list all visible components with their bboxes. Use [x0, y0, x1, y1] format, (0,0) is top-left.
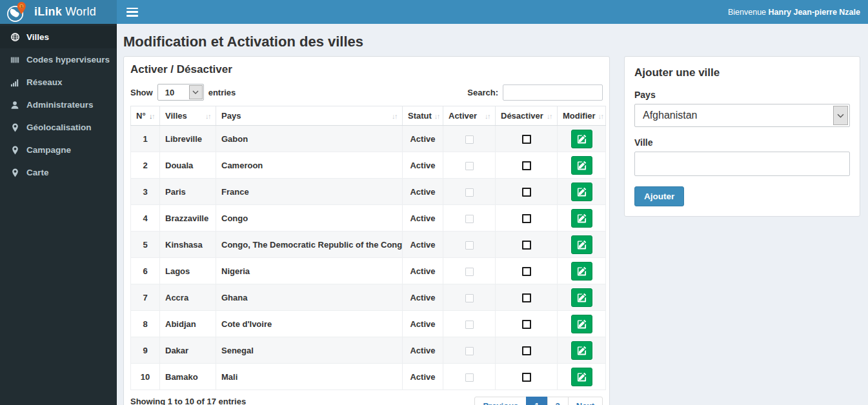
- brand-link[interactable]: $ iLink World: [0, 0, 117, 24]
- activer-checkbox[interactable]: [465, 162, 474, 170]
- activer-checkbox[interactable]: [465, 268, 474, 276]
- activer-checkbox[interactable]: [465, 188, 474, 197]
- desactiver-checkbox[interactable]: [522, 241, 531, 250]
- activer-checkbox[interactable]: [465, 294, 474, 302]
- entries-label: entries: [208, 88, 236, 97]
- statut-cell: Active: [403, 126, 443, 152]
- sidebar-item-g-olocalisation[interactable]: Géolocalisation: [0, 116, 117, 139]
- modifier-button[interactable]: [571, 209, 592, 228]
- desactiver-cell: [496, 364, 558, 390]
- modifier-cell: [558, 205, 606, 232]
- pagination-2[interactable]: 2: [547, 397, 569, 405]
- ville-cell: Kinshasa: [160, 232, 216, 258]
- sidebar-item-carte[interactable]: Carte: [0, 161, 117, 184]
- column-header-label: Pays: [221, 111, 241, 121]
- pays-cell: Congo: [216, 205, 403, 232]
- activer-checkbox[interactable]: [465, 347, 474, 355]
- sidebar-item-label: Carte: [26, 168, 49, 177]
- activer-checkbox[interactable]: [465, 241, 474, 250]
- pays-select[interactable]: Afghanistan: [634, 104, 850, 127]
- modifier-button[interactable]: [571, 130, 592, 148]
- row-num-cell: 4: [131, 205, 160, 232]
- modifier-button[interactable]: [571, 156, 592, 175]
- user-icon: [10, 101, 20, 110]
- edit-icon: [577, 134, 587, 144]
- desactiver-checkbox[interactable]: [522, 293, 531, 302]
- table-row: 2DoualaCameroonActive: [131, 152, 606, 179]
- pagination-1[interactable]: 1: [526, 397, 547, 405]
- search-input[interactable]: [503, 84, 603, 101]
- ajouter-ville-panel: Ajouter une ville Pays Afghanistan Ville…: [624, 56, 860, 217]
- row-num-cell: 10: [131, 364, 160, 390]
- modifier-button[interactable]: [571, 315, 592, 333]
- activer-checkbox[interactable]: [465, 373, 474, 382]
- table-row: 8AbidjanCote d'IvoireActive: [131, 311, 606, 337]
- modifier-button[interactable]: [571, 183, 592, 201]
- sort-icon: ↓↑: [434, 112, 439, 120]
- modifier-cell: [558, 179, 606, 205]
- sidebar-item-campagne[interactable]: Campagne: [0, 139, 117, 161]
- desactiver-checkbox[interactable]: [522, 346, 531, 355]
- desactiver-checkbox[interactable]: [522, 214, 531, 223]
- sidebar-toggle-hamburger-icon[interactable]: [125, 6, 139, 18]
- row-num-cell: 8: [131, 311, 160, 337]
- column-header-sort[interactable]: Pays↓↑: [216, 106, 403, 126]
- column-header-label: Activer: [449, 111, 477, 121]
- sidebar-item-administrateurs[interactable]: Administrateurs: [0, 94, 117, 116]
- activer-checkbox[interactable]: [465, 135, 474, 144]
- activer-checkbox[interactable]: [465, 321, 474, 329]
- modifier-button[interactable]: [571, 368, 592, 386]
- desactiver-checkbox[interactable]: [522, 267, 531, 276]
- column-header-label: Statut: [408, 111, 432, 121]
- table-row: 4BrazzavilleCongoActive: [131, 205, 606, 232]
- sidebar-item-label: Géolocalisation: [26, 123, 92, 132]
- column-header-sort[interactable]: Désactiver↓↑: [496, 106, 558, 126]
- table-row: 1LibrevilleGabonActive: [131, 126, 606, 152]
- sort-icon: ↓↑: [598, 112, 603, 120]
- statut-cell: Active: [403, 179, 443, 205]
- table-row: 9DakarSenegalActive: [131, 337, 606, 364]
- modifier-button[interactable]: [571, 341, 592, 360]
- top-header: $ iLink World Bienvenue Hanry Jean-pierr…: [0, 0, 868, 24]
- column-header-sort[interactable]: Activer↓↑: [443, 106, 496, 126]
- modifier-cell: [558, 311, 606, 337]
- column-header-sort[interactable]: Villes↓↑: [160, 106, 216, 126]
- desactiver-checkbox[interactable]: [522, 135, 531, 144]
- activer-desactiver-panel: Activer / Désactiver Show 10 entries Sea…: [123, 56, 610, 405]
- pagination-next[interactable]: Next: [568, 397, 603, 405]
- statut-cell: Active: [403, 337, 443, 364]
- table-footer: Showing 1 to 10 of 17 entries Previous12…: [130, 397, 603, 405]
- column-header-sort[interactable]: N°↓↑: [131, 106, 160, 126]
- modifier-button[interactable]: [571, 235, 592, 254]
- sort-icon: ↓↑: [392, 112, 397, 120]
- sidebar-item-villes[interactable]: Villes: [0, 26, 117, 48]
- sidebar-item-r-seaux[interactable]: Réseaux: [0, 71, 117, 94]
- ville-cell: Dakar: [160, 337, 216, 364]
- row-num-cell: 3: [131, 179, 160, 205]
- pagination-previous[interactable]: Previous: [474, 397, 527, 405]
- ajouter-button[interactable]: Ajouter: [634, 186, 684, 206]
- modifier-cell: [558, 258, 606, 284]
- page-title: Modification et Activation des villes: [123, 34, 860, 50]
- row-num-cell: 1: [131, 126, 160, 152]
- column-header-sort[interactable]: Modifier↓↑: [558, 106, 606, 126]
- pagination: Previous12Next: [474, 397, 603, 405]
- row-num-cell: 9: [131, 337, 160, 364]
- desactiver-checkbox[interactable]: [522, 188, 531, 197]
- modifier-button[interactable]: [571, 288, 592, 307]
- pays-label: Pays: [634, 90, 850, 100]
- desactiver-checkbox[interactable]: [522, 161, 531, 170]
- column-header-sort[interactable]: Statut↓↑: [403, 106, 443, 126]
- desactiver-checkbox[interactable]: [522, 320, 531, 329]
- desactiver-checkbox[interactable]: [522, 373, 531, 382]
- ville-input[interactable]: [634, 152, 850, 176]
- table-controls: Show 10 entries Search:: [130, 84, 603, 101]
- page-length-select[interactable]: 10: [157, 84, 204, 101]
- row-num-cell: 2: [131, 152, 160, 179]
- edit-icon: [577, 161, 587, 170]
- modifier-button[interactable]: [571, 262, 592, 281]
- row-num-cell: 7: [131, 284, 160, 311]
- sidebar-item-codes-hyperviseurs[interactable]: Codes hyperviseurs: [0, 48, 117, 71]
- activer-checkbox[interactable]: [465, 215, 474, 223]
- sort-icon: ↓↑: [205, 112, 210, 120]
